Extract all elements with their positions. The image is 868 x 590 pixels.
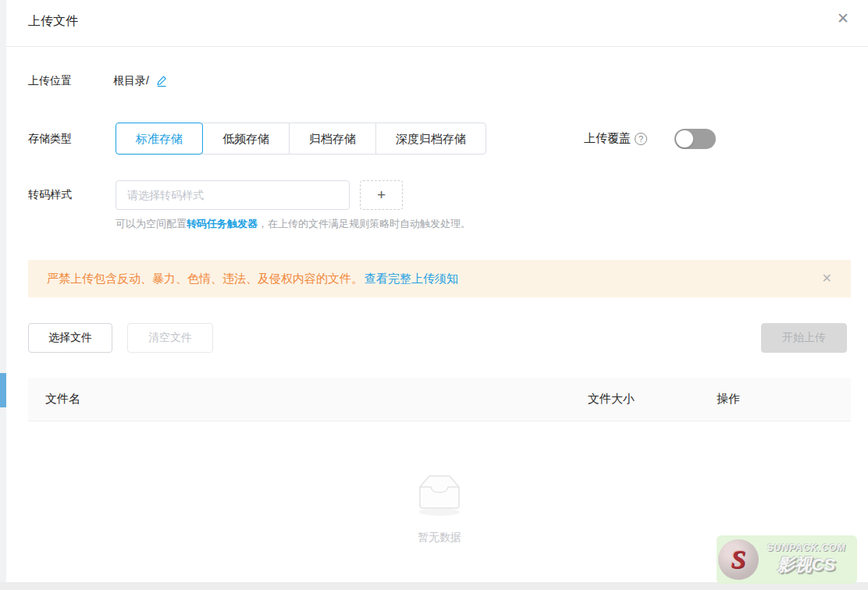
empty-inbox-icon xyxy=(410,467,469,518)
storage-type-row: 存储类型 标准存储 低频存储 归档存储 深度归档存储 上传覆盖 ? xyxy=(28,123,856,155)
transcode-style-label: 转码样式 xyxy=(28,188,116,202)
page-background: 上传文件 ✕ 上传位置 根目录/ 存储类型 标准存储 低频存储 归档存储 深度归… xyxy=(0,0,868,590)
watermark-brand-text: 影视CS xyxy=(777,553,836,577)
upload-overwrite-label: 上传覆盖 xyxy=(584,131,631,146)
column-file-name: 文件名 xyxy=(28,392,588,407)
tab-infrequent-storage[interactable]: 低频存储 xyxy=(202,123,290,155)
upload-overwrite-toggle[interactable] xyxy=(674,129,716,149)
tab-deep-archive-storage[interactable]: 深度归档存储 xyxy=(375,123,486,155)
site-watermark-logo: S SUNPACK.COM 影视CS xyxy=(717,535,857,584)
question-circle-icon[interactable]: ? xyxy=(635,133,647,145)
storage-type-tab-group: 标准存储 低频存储 归档存储 深度归档存储 xyxy=(116,123,486,155)
edit-pencil-icon[interactable] xyxy=(156,75,168,87)
upload-dialog: 上传文件 ✕ 上传位置 根目录/ 存储类型 标准存储 低频存储 归档存储 深度归… xyxy=(6,0,868,582)
notice-text: 严禁上传包含反动、暴力、色情、违法、及侵权内容的文件。 xyxy=(47,272,363,286)
empty-state: 暂无数据 xyxy=(28,437,851,545)
file-table: 文件名 文件大小 操作 xyxy=(28,378,851,421)
dialog-header: 上传文件 ✕ xyxy=(6,0,868,47)
storage-type-label: 存储类型 xyxy=(28,132,116,146)
toggle-knob xyxy=(676,130,693,148)
watermark-s-emblem-icon: S xyxy=(718,539,759,580)
tab-standard-storage[interactable]: 标准存储 xyxy=(116,123,203,155)
dialog-title: 上传文件 xyxy=(28,13,78,30)
select-files-button[interactable]: 选择文件 xyxy=(28,323,112,353)
tab-archive-storage[interactable]: 归档存储 xyxy=(289,123,376,155)
upload-location-label: 上传位置 xyxy=(28,74,113,88)
file-table-header: 文件名 文件大小 操作 xyxy=(28,378,851,421)
start-upload-button[interactable]: 开始上传 xyxy=(761,323,847,353)
transcode-style-input[interactable] xyxy=(116,180,350,210)
upload-overwrite-group: 上传覆盖 ? xyxy=(584,123,716,155)
hint-suffix: ，在上传的文件满足规则策略时自动触发处理。 xyxy=(258,218,471,229)
upload-notice-link[interactable]: 查看完整上传须知 xyxy=(365,272,458,286)
transcode-style-row: 转码样式 + xyxy=(28,180,403,210)
add-transcode-style-button[interactable]: + xyxy=(360,180,403,210)
upload-location-row: 上传位置 根目录/ xyxy=(28,73,168,90)
hint-prefix: 可以为空间配置 xyxy=(116,218,187,229)
close-icon[interactable]: ✕ xyxy=(837,11,849,26)
upload-notice-banner: 严禁上传包含反动、暴力、色情、违法、及侵权内容的文件。 查看完整上传须知 ✕ xyxy=(28,260,851,297)
column-file-size: 文件大小 xyxy=(588,392,717,407)
column-operation: 操作 xyxy=(717,392,851,407)
watermark-domain-text: SUNPACK.COM xyxy=(767,542,846,553)
upload-location-value: 根目录/ xyxy=(113,74,149,88)
transcode-hint: 可以为空间配置转码任务触发器，在上传的文件满足规则策略时自动触发处理。 xyxy=(116,217,471,231)
background-selected-item-strip xyxy=(0,373,6,407)
background-page-strip xyxy=(0,0,6,590)
transcode-trigger-link[interactable]: 转码任务触发器 xyxy=(187,218,258,229)
notice-close-icon[interactable]: ✕ xyxy=(822,272,832,285)
clear-files-button[interactable]: 清空文件 xyxy=(127,323,213,353)
